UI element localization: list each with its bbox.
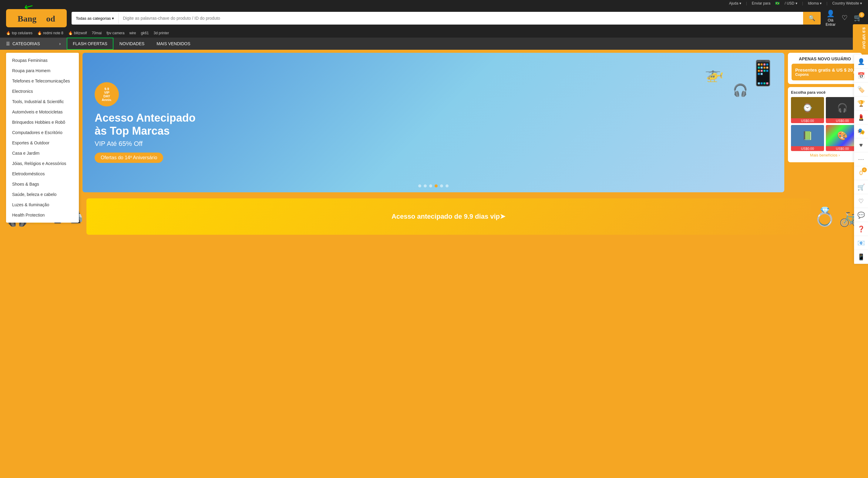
help-link[interactable]: Ajuda ▾ <box>729 1 741 5</box>
hot-search-item[interactable]: fpv camera <box>106 31 124 35</box>
hot-search-item[interactable]: wire <box>129 31 136 35</box>
ring-product: 💍 <box>813 206 836 227</box>
new-user-box: APENAS NOVO USUÁRIO Presentes gratis & U… <box>788 53 862 84</box>
dot-6[interactable] <box>445 184 448 187</box>
vip-side-banner[interactable]: 9.9 VIP DAY <box>853 24 868 52</box>
sidebar-item-luzes[interactable]: Luzes & Iluminação <box>6 199 79 210</box>
cart-badge: 0 <box>859 12 864 18</box>
sidebar-item-health-protection[interactable]: Health Protection <box>6 210 79 220</box>
sidebar-item-eletrodomesticos[interactable]: Eletrodomésticos <box>6 169 79 179</box>
menu-icon: ☰ <box>6 41 10 46</box>
sidebar-profile-icon[interactable]: 👤 <box>854 55 868 68</box>
nav-link-flash-offers[interactable]: FLASH OFERTAS <box>67 38 114 50</box>
hot-search-item[interactable]: 🔥 redmi note 8 <box>37 31 63 35</box>
sidebar-item-brinquedos[interactable]: Brinquedos Hobbies e Robô <box>6 117 79 127</box>
gift-banner[interactable]: Presentes gratis & US $ 20 Cupons › <box>792 64 858 81</box>
sidebar-tag-icon[interactable]: 🏷️ <box>854 83 868 96</box>
banner-product-image: 📱 <box>748 59 778 87</box>
chevron-right-icon: › <box>59 41 61 46</box>
more-benefits-link[interactable]: Mais benefícios › <box>791 151 859 159</box>
sidebar-item-computadores[interactable]: Computadores e Escritório <box>6 127 79 138</box>
top-bar: Ajuda ▾ | Enviar para 🇧🇷 / USD ▾ | Idiom… <box>0 0 868 7</box>
sidebar-more-icon[interactable]: ⋯ <box>854 152 868 166</box>
categories-button[interactable]: ☰ CATEGORIAS › <box>0 38 67 50</box>
login-button[interactable]: 👤 Olá Entrar <box>826 10 836 27</box>
product-price-1: US$0.00 <box>791 118 824 123</box>
product-img-3: 📗 <box>791 125 824 146</box>
country-website-link[interactable]: Country Website ▾ <box>832 1 862 5</box>
banner-cta[interactable]: Ofertas do 14º Aniversário <box>95 153 163 163</box>
sidebar-cart-icon[interactable]: 🛒 <box>854 180 868 194</box>
language-link[interactable]: Idioma ▾ <box>808 1 822 5</box>
sidebar-dropdown: Roupas Femininas Roupa para Homem Telefo… <box>6 53 79 223</box>
currency-link[interactable]: / USD ▾ <box>784 1 797 5</box>
sidebar-item-casa[interactable]: Casa e Jardim <box>6 148 79 158</box>
sidebar-help-icon[interactable]: ❓ <box>854 222 868 236</box>
sidebar-wishlist-icon[interactable]: ♡ <box>854 194 868 208</box>
bottom-section: 🎧 🚁 📱 🖨️ Acesso antecipado de 9.9 dias v… <box>0 195 868 238</box>
heart-icon: ♡ <box>842 14 848 22</box>
banner-subtitle: VIP Até 65% Off <box>95 140 196 148</box>
dot-4[interactable] <box>435 184 438 187</box>
sidebar-email-icon[interactable]: 📧 <box>854 236 868 238</box>
right-sidebar: 👤 📅 🏷️ 🏆 💄 🎭 ♥ ⋯ 0 0 🛒 ♡ 💬 ❓ 📧 📱 <box>854 55 868 238</box>
sidebar-item-saude[interactable]: Saúde, beleza e cabelo <box>6 189 79 199</box>
main-banner[interactable]: 9.9 VIP DAY Anniv. Acesso Antecipado às … <box>83 53 784 192</box>
banner-title: Acesso Antecipado às Top Marcas <box>95 111 196 137</box>
gift-text: Presentes gratis & US $ 20 Cupons <box>795 67 853 77</box>
hot-search-item[interactable]: 🔥 top celulares <box>6 31 32 35</box>
sidebar-trophy-icon[interactable]: 🏆 <box>854 96 868 110</box>
user-icon: 👤 <box>827 10 835 18</box>
right-panel: APENAS NOVO USUÁRIO Presentes gratis & U… <box>788 53 862 192</box>
product-card-1[interactable]: ⌚ US$0.00 <box>791 97 824 123</box>
sidebar-item-esportes[interactable]: Esportes & Outdoor <box>6 138 79 148</box>
sidebar-beauty-icon[interactable]: 💄 <box>854 110 868 124</box>
hot-search-item[interactable]: 🔥 blitzwolf <box>68 31 87 35</box>
sidebar-calendar-icon[interactable]: 📅 <box>854 68 868 83</box>
sidebar-item-telefones[interactable]: Telefones e Telecomunicações <box>6 76 79 86</box>
sidebar-notification-badge[interactable]: 0 0 <box>854 166 868 180</box>
choose-title: Escolha para você <box>791 90 859 95</box>
search-category-dropdown[interactable]: Todas as categorias ▾ <box>71 13 119 24</box>
sidebar-item-shoes[interactable]: Shoes & Bags <box>6 179 79 189</box>
sidebar-item-roupa-homem[interactable]: Roupa para Homem <box>6 65 79 76</box>
hot-search-item[interactable]: 3d printer <box>154 31 169 35</box>
send-to-link[interactable]: Enviar para <box>752 1 770 5</box>
hot-search-item[interactable]: 70mai <box>92 31 102 35</box>
dot-1[interactable] <box>418 184 421 187</box>
dot-5[interactable] <box>440 184 443 187</box>
wishlist-button[interactable]: ♡ <box>842 14 848 23</box>
banner-drone-image: 🚁 <box>705 65 724 83</box>
choose-section: Escolha para você ⌚ US$0.00 🎧 US$0.00 📗 … <box>788 87 862 162</box>
notification-count: 0 <box>862 167 867 172</box>
product-grid: ⌚ US$0.00 🎧 US$0.00 📗 US$0.00 🎨 US$0.00 <box>791 97 859 151</box>
sidebar-chat-icon[interactable]: 💬 <box>854 208 868 222</box>
sidebar-item-roupas-femininas[interactable]: Roupas Femininas <box>6 55 79 65</box>
nav-links: FLASH OFERTAS NOVIDADES MAIS VENDIDOS <box>67 38 196 50</box>
product-card-3[interactable]: 📗 US$0.00 <box>791 125 824 151</box>
sidebar-item-tools[interactable]: Tools, Industrial & Scientific <box>6 96 79 107</box>
logo[interactable]: ↙ Banggood <box>6 9 67 27</box>
sidebar-games-icon[interactable]: 🎭 <box>854 124 868 138</box>
sidebar-item-electronics[interactable]: Electronics <box>6 86 79 96</box>
sidebar-heart-icon[interactable]: ♥ <box>854 138 868 152</box>
new-user-title: APENAS NOVO USUÁRIO <box>792 56 858 61</box>
banner-content: 9.9 VIP DAY Anniv. Acesso Antecipado às … <box>83 73 208 172</box>
header: ↙ Banggood Todas as categorias ▾ 🔍 👤 Olá… <box>0 7 868 30</box>
logo-text: Banggood <box>18 13 55 24</box>
dot-2[interactable] <box>424 184 427 187</box>
hot-search-item[interactable]: gk61 <box>141 31 149 35</box>
cart-button[interactable]: 🛒 0 <box>854 14 862 23</box>
banner-dots <box>418 184 448 187</box>
sidebar-item-automoveis[interactable]: Automóveis e Motocicletas <box>6 107 79 117</box>
promo-banner[interactable]: Acesso antecipado de 9.9 dias vip ➤ <box>87 198 810 235</box>
main-content: Roupas Femininas Roupa para Homem Telefo… <box>0 50 868 195</box>
nav-link-mais-vendidos[interactable]: MAIS VENDIDOS <box>150 38 196 50</box>
hot-searches: 🔥 top celulares 🔥 redmi note 8 🔥 blitzwo… <box>0 30 868 38</box>
search-button[interactable]: 🔍 <box>803 12 821 25</box>
search-input[interactable] <box>119 13 803 24</box>
banner-badge: 9.9 VIP DAY Anniv. <box>95 82 119 106</box>
nav-link-novidades[interactable]: NOVIDADES <box>114 38 150 50</box>
dot-3[interactable] <box>429 184 432 187</box>
sidebar-item-joias[interactable]: Jóias, Relógios e Acessórios <box>6 158 79 169</box>
